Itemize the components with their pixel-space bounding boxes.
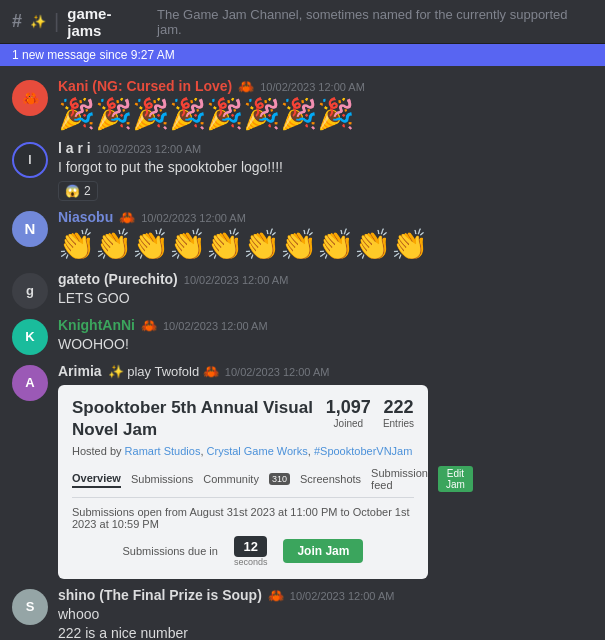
message-row: K KnightAnNi 🦀 10/02/2023 12:00 AM WOOHO… (12, 313, 593, 359)
message-row: N Niasobu 🦀 10/02/2023 12:00 AM 👏👏👏👏👏👏👏👏… (12, 205, 593, 267)
embed-host-link[interactable]: Ramart Studios (125, 445, 201, 457)
embed-stat-entries: 222 Entries (383, 397, 414, 429)
messages-list: 🦀 Kani (NG: Cursed in Love) 🦀 10/02/2023… (0, 66, 605, 640)
message-text: I forgot to put the spooktober logo!!!! (58, 158, 593, 178)
embed-stat-number-joined: 1,097 (326, 397, 371, 418)
username[interactable]: Kani (NG: Cursed in Love) (58, 78, 232, 94)
message-header: gateto (Purechito) 10/02/2023 12:00 AM (58, 271, 593, 287)
embed-nav-submissions[interactable]: Submissions (131, 471, 193, 487)
new-message-banner[interactable]: 1 new message since 9:27 AM (0, 44, 605, 66)
hash-icon: # (12, 11, 22, 32)
message-row: A Arimia ✨ play Twofold 🦀 10/02/2023 12:… (12, 359, 593, 583)
message-row: S shino (The Final Prize is Soup) 🦀 10/0… (12, 583, 593, 640)
username[interactable]: shino (The Final Prize is Soup) (58, 587, 262, 603)
embed-nav-screenshots[interactable]: Screenshots (300, 471, 361, 487)
embed-countdown-wrapper: 12 seconds (234, 536, 268, 567)
channel-header: # ✨ | game-jams The Game Jam Channel, so… (0, 0, 605, 44)
embed-stat-label-joined: Joined (326, 418, 371, 429)
embed-body: Submissions open from August 31st 2023 a… (72, 506, 414, 530)
embed-nav-feed[interactable]: Submission feed (371, 465, 428, 493)
message-content: l a r i 10/02/2023 12:00 AM I forgot to … (58, 140, 593, 201)
header-divider: | (54, 10, 59, 33)
message-content: Arimia ✨ play Twofold 🦀 10/02/2023 12:00… (58, 363, 593, 579)
message-row: 🦀 Kani (NG: Cursed in Love) 🦀 10/02/2023… (12, 74, 593, 136)
message-content: Niasobu 🦀 10/02/2023 12:00 AM 👏👏👏👏👏👏👏👏👏👏 (58, 209, 593, 263)
avatar: S (12, 589, 48, 625)
avatar: K (12, 319, 48, 355)
message-content: Kani (NG: Cursed in Love) 🦀 10/02/2023 1… (58, 78, 593, 132)
username-emoji: 🦀 (119, 210, 135, 225)
pin-emoji: ✨ (30, 14, 46, 29)
username[interactable]: KnightAnNi (58, 317, 135, 333)
message-header: Arimia ✨ play Twofold 🦀 10/02/2023 12:00… (58, 363, 593, 379)
timestamp: 10/02/2023 12:00 AM (290, 590, 395, 602)
timestamp: 10/02/2023 12:00 AM (97, 143, 202, 155)
message-header: KnightAnNi 🦀 10/02/2023 12:00 AM (58, 317, 593, 333)
embed-host-link2[interactable]: Crystal Game Works (207, 445, 308, 457)
embed-nav: Overview Submissions Community 310 Scree… (72, 465, 414, 498)
embed-countdown-unit: seconds (234, 557, 268, 567)
new-message-text: 1 new message since 9:27 AM (12, 48, 175, 62)
message-text: 👏👏👏👏👏👏👏👏👏👏 (58, 227, 593, 263)
embed-nav-badge: 310 (269, 473, 290, 485)
message-header: Kani (NG: Cursed in Love) 🦀 10/02/2023 1… (58, 78, 593, 94)
username[interactable]: gateto (Purechito) (58, 271, 178, 287)
username-emoji: 🦀 (141, 318, 157, 333)
embed-top: Spooktober 5th Annual Visual Novel Jam 1… (72, 397, 414, 441)
channel-name[interactable]: game-jams (67, 5, 145, 39)
embed-stat-joined: 1,097 Joined (326, 397, 371, 429)
message-content: shino (The Final Prize is Soup) 🦀 10/02/… (58, 587, 593, 640)
embed-host-link3[interactable]: #SpooktoberVNJam (314, 445, 412, 457)
avatar: g (12, 273, 48, 309)
message-text: LETS GOO (58, 289, 593, 309)
username-emoji: 🦀 (238, 79, 254, 94)
message-text: 🎉🎉🎉🎉🎉🎉🎉🎉 (58, 96, 593, 132)
message-header: l a r i 10/02/2023 12:00 AM (58, 140, 593, 156)
username-emoji: 🦀 (268, 588, 284, 603)
message-header: shino (The Final Prize is Soup) 🦀 10/02/… (58, 587, 593, 603)
reaction[interactable]: 😱2 (58, 181, 98, 201)
message-row: l l a r i 10/02/2023 12:00 AM I forgot t… (12, 136, 593, 205)
embed-countdown: 12 (234, 536, 268, 557)
avatar: A (12, 365, 48, 401)
message-text: whooo222 is a nice number (58, 605, 593, 640)
timestamp: 10/02/2023 12:00 AM (141, 212, 246, 224)
username[interactable]: Arimia (58, 363, 102, 379)
embed-stat-label-entries: Entries (383, 418, 414, 429)
embed-hosted: Hosted by Ramart Studios, Crystal Game W… (72, 445, 414, 457)
embed-join-button[interactable]: Join Jam (283, 539, 363, 563)
embed-stat-number-entries: 222 (383, 397, 414, 418)
embed-stats: 1,097 Joined 222 Entries (326, 397, 414, 429)
message-row: g gateto (Purechito) 10/02/2023 12:00 AM… (12, 267, 593, 313)
timestamp: 10/02/2023 12:00 AM (184, 274, 289, 286)
username-emoji: ✨ play Twofold 🦀 (108, 364, 219, 379)
message-text: WOOHOO! (58, 335, 593, 355)
avatar: 🦀 (12, 80, 48, 116)
timestamp: 10/02/2023 12:00 AM (260, 81, 365, 93)
embed-card: Spooktober 5th Annual Visual Novel Jam 1… (58, 385, 428, 579)
message-content: gateto (Purechito) 10/02/2023 12:00 AM L… (58, 271, 593, 309)
timestamp: 10/02/2023 12:00 AM (163, 320, 268, 332)
embed-edit-button[interactable]: Edit Jam (438, 466, 473, 492)
message-content: KnightAnNi 🦀 10/02/2023 12:00 AM WOOHOO! (58, 317, 593, 355)
username[interactable]: Niasobu (58, 209, 113, 225)
channel-description: The Game Jam Channel, sometimes named fo… (157, 7, 593, 37)
username[interactable]: l a r i (58, 140, 91, 156)
avatar: l (12, 142, 48, 178)
timestamp: 10/02/2023 12:00 AM (225, 366, 330, 378)
avatar: N (12, 211, 48, 247)
embed-sub-label: Submissions due in (123, 545, 218, 557)
embed-title: Spooktober 5th Annual Visual Novel Jam (72, 397, 314, 441)
embed-nav-overview[interactable]: Overview (72, 470, 121, 488)
embed-sub-row: Submissions due in 12 seconds Join Jam (72, 536, 414, 567)
message-header: Niasobu 🦀 10/02/2023 12:00 AM (58, 209, 593, 225)
embed-nav-community[interactable]: Community (203, 471, 259, 487)
